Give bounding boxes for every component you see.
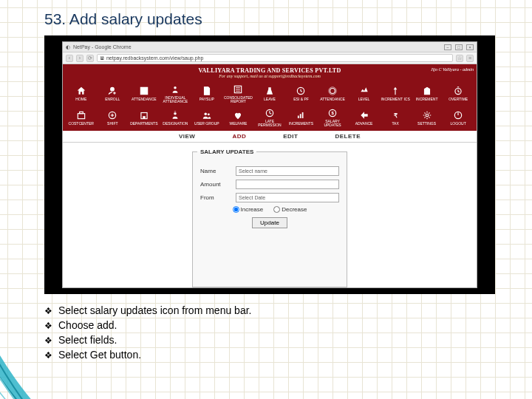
screenshot-frame: ◐ NetPay - Google Chrome − □ × ‹ › ⟳ 🗎 n…: [44, 35, 495, 294]
browser-window: ◐ NetPay - Google Chrome − □ × ‹ › ⟳ 🗎 n…: [62, 41, 477, 288]
menu-item-fine[interactable]: INCREMENT: [412, 82, 443, 106]
menu-item-level[interactable]: LEVEL: [349, 82, 380, 106]
increment-top-icon: [390, 86, 400, 97]
menu-item-departments[interactable]: DEPARTMENTS: [129, 106, 160, 130]
window-maximize-button[interactable]: □: [455, 44, 463, 50]
costcenter-icon: [76, 110, 86, 121]
menu-item-increments[interactable]: INCREMENTS: [286, 106, 317, 130]
menu-item-salaryupdates[interactable]: $SALARY UPDATES: [317, 106, 348, 130]
menu-item-label: USER GROUP: [194, 122, 219, 126]
menu-item-label: WELFARE: [229, 122, 247, 126]
menu-item-label: SHIFT: [107, 122, 117, 126]
menu-item-enroll[interactable]: ENROLL: [98, 82, 129, 106]
menu-item-label: OVERTIME: [449, 98, 468, 101]
svg-point-0: [174, 86, 177, 89]
tab-add[interactable]: ADD: [232, 133, 246, 140]
increase-radio[interactable]: Increase: [233, 206, 264, 213]
salaryupdates-icon: $: [327, 108, 338, 119]
menu-item-label: SALARY UPDATES: [317, 120, 348, 127]
decrease-radio[interactable]: Decrease: [273, 206, 307, 213]
decrease-radio-input[interactable]: [273, 206, 280, 213]
menu-item-label: ATTENDANCE: [320, 98, 345, 101]
instruction-text: Choose add.: [58, 319, 117, 332]
instruction-text: Select salary updates icon from menu bar…: [58, 304, 251, 318]
form-container: SALARY UPDATES Name Select name Amount F…: [63, 143, 477, 287]
home-icon: [76, 86, 86, 97]
menu-item-label: INDIVIDUAL ATTENDANCE: [160, 96, 191, 103]
logout-icon: [453, 110, 463, 121]
increase-radio-input[interactable]: [233, 206, 239, 213]
menu-item-attendance[interactable]: ATTENDANCE: [129, 82, 160, 106]
window-minimize-button[interactable]: −: [444, 44, 451, 50]
browser-titlebar: ◐ NetPay - Google Chrome − □ ×: [63, 42, 477, 52]
name-select[interactable]: Select name: [236, 166, 339, 176]
address-bar[interactable]: 🗎 netpay.redbacksystem.com/view/saup.php: [97, 54, 453, 62]
menu-item-home[interactable]: HOME: [66, 82, 97, 106]
menu-item-increment-top[interactable]: INCREMENT ICS: [380, 82, 411, 106]
enroll-icon: [107, 86, 117, 97]
bookmark-star-icon[interactable]: ☆: [456, 55, 463, 62]
svg-point-11: [204, 112, 207, 115]
attendance-icon: [139, 86, 149, 97]
menu-item-usergroup[interactable]: USER GROUP: [191, 106, 222, 130]
instruction-item: Choose add.: [44, 319, 511, 332]
payslip-icon: [202, 86, 212, 97]
menu-item-designation[interactable]: DESIGNATION: [160, 106, 191, 130]
svg-point-3: [330, 89, 335, 94]
svg-rect-9: [143, 116, 146, 119]
menu-item-tax[interactable]: ₹TAX: [380, 106, 411, 130]
current-user: Jijo C Valliyara - admin: [431, 67, 474, 72]
menu-item-individual[interactable]: INDIVIDUAL ATTENDANCE: [160, 82, 191, 106]
page-icon: 🗎: [100, 55, 106, 61]
menu-item-welfare[interactable]: WELFARE: [223, 106, 254, 130]
menu-item-esi[interactable]: ESI & PF: [286, 82, 317, 106]
individual-icon: [170, 84, 180, 95]
menu-item-advance[interactable]: ADVANCE: [349, 106, 380, 130]
update-button[interactable]: Update: [252, 217, 287, 228]
menu-item-welfare-top[interactable]: ATTENDANCE: [317, 82, 348, 106]
window-close-button[interactable]: ×: [466, 44, 474, 50]
app-header: VALLIYARA TRADING AND SERVICES PVT.LTD F…: [63, 64, 477, 81]
departments-icon: [139, 110, 149, 121]
menu-item-label: SETTINGS: [417, 122, 436, 126]
from-date-input[interactable]: Select Date: [236, 193, 339, 202]
menu-item-leave[interactable]: LEAVE: [254, 82, 285, 106]
window-title: NetPay - Google Chrome: [73, 44, 132, 50]
instruction-text: Select Get button.: [58, 349, 141, 362]
browser-menu-icon[interactable]: ≡: [466, 55, 474, 62]
menu-item-overtime[interactable]: OVERTIME: [443, 82, 474, 106]
increments-icon: [296, 110, 306, 121]
company-name: VALLIYARA TRADING AND SERVICES PVT.LTD: [63, 67, 477, 74]
menu-item-label: ADVANCE: [355, 122, 373, 126]
amount-label: Amount: [200, 181, 231, 188]
instruction-list: Select salary updates icon from menu bar…: [44, 304, 511, 362]
menu-item-shift[interactable]: SHIFT: [98, 106, 129, 130]
nav-reload-icon[interactable]: ⟳: [86, 55, 94, 62]
usergroup-icon: [202, 110, 212, 121]
menu-item-settings[interactable]: SETTINGS: [412, 106, 443, 130]
nav-back-icon[interactable]: ‹: [66, 55, 73, 62]
menu-item-label: INCREMENTS: [289, 122, 313, 126]
menu-item-label: ESI & PF: [293, 98, 309, 101]
overtime-icon: [453, 86, 463, 97]
instruction-item: Select salary updates icon from menu bar…: [44, 304, 511, 318]
designation-icon: [170, 110, 180, 121]
tab-delete[interactable]: DELETE: [335, 133, 361, 140]
menu-item-label: DEPARTMENTS: [130, 122, 157, 126]
shift-icon: [107, 110, 117, 121]
settings-icon: [422, 110, 432, 121]
app-page: VALLIYARA TRADING AND SERVICES PVT.LTD F…: [63, 64, 477, 287]
menu-item-costcenter[interactable]: COSTCENTER: [66, 106, 97, 130]
tab-edit[interactable]: EDIT: [283, 133, 298, 140]
tab-view[interactable]: VIEW: [179, 133, 195, 140]
menu-item-payslip[interactable]: PAYSLIP: [191, 82, 222, 106]
menu-item-consolidated[interactable]: CONSOLIDATED REPORT: [223, 82, 254, 106]
menu-item-label: LOGOUT: [451, 122, 466, 126]
menu-item-label: LEVEL: [358, 98, 370, 101]
menu-item-logout[interactable]: LOGOUT: [443, 106, 474, 130]
menu-item-latepermission[interactable]: LATE PERMISSION: [254, 106, 285, 130]
amount-input[interactable]: [236, 180, 339, 189]
nav-forward-icon[interactable]: ›: [76, 55, 83, 62]
level-icon: [359, 86, 369, 97]
menu-item-label: INCREMENT: [416, 98, 438, 101]
